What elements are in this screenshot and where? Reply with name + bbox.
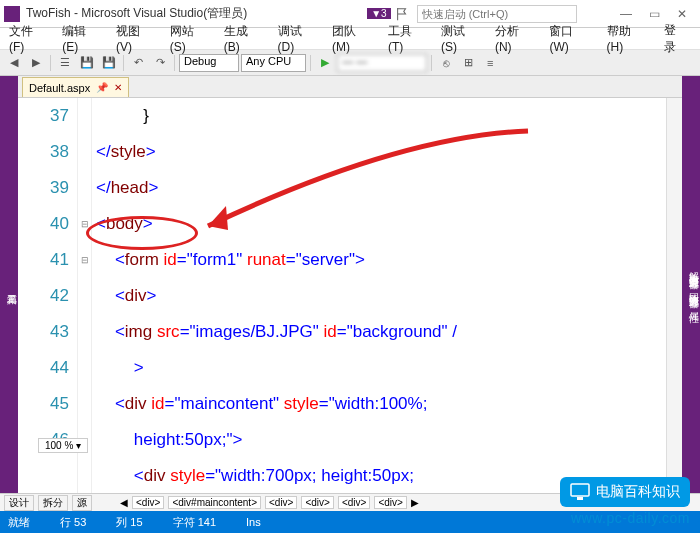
menu-file[interactable]: 文件(F)	[2, 21, 55, 56]
status-ready: 就绪	[8, 515, 30, 530]
tab-close-button[interactable]: ✕	[114, 82, 122, 93]
vs-logo-icon	[4, 6, 20, 22]
menu-window[interactable]: 窗口(W)	[542, 21, 599, 56]
flag-icon[interactable]	[395, 7, 409, 21]
quick-launch-input[interactable]	[417, 5, 577, 23]
watermark-url: www.pc-daily.com	[571, 510, 690, 526]
editor: Default.aspx 📌 ✕ 373839 404142 4344 4546…	[18, 76, 682, 493]
status-line: 行 53	[60, 515, 86, 530]
view-split[interactable]: 拆分	[38, 495, 68, 511]
right-rail-panels[interactable]: 解决方案资源管理器 团队资源管理器 属性	[682, 76, 700, 493]
menu-view[interactable]: 视图(V)	[109, 21, 163, 56]
breadcrumb-nav-left[interactable]: ◀	[120, 497, 128, 508]
menu-site[interactable]: 网站(S)	[163, 21, 217, 56]
tab-filename: Default.aspx	[29, 82, 90, 94]
notification-badge[interactable]: ▼3	[367, 8, 390, 19]
save-all-button[interactable]: 💾	[99, 53, 119, 73]
config-dropdown[interactable]: Debug	[179, 54, 239, 72]
monitor-icon	[570, 483, 590, 501]
svg-rect-1	[577, 497, 583, 500]
tb-extra-3[interactable]: ≡	[480, 53, 500, 73]
menu-login[interactable]: 登录	[654, 20, 698, 58]
code-content[interactable]: } </style> </head> <body> <form id="form…	[92, 98, 666, 493]
undo-button[interactable]: ↶	[128, 53, 148, 73]
zoom-indicator[interactable]: 100 % ▾	[38, 438, 88, 453]
breadcrumb-3[interactable]: <div>	[265, 496, 297, 509]
menu-tools[interactable]: 工具(T)	[381, 21, 434, 56]
breadcrumb-2[interactable]: <div#maincontent>	[168, 496, 261, 509]
save-button[interactable]: 💾	[77, 53, 97, 73]
titlebar-center: ▼3	[367, 5, 576, 23]
view-design[interactable]: 设计	[4, 495, 34, 511]
nav-back-button[interactable]: ◀	[4, 53, 24, 73]
menu-debug[interactable]: 调试(D)	[271, 21, 326, 56]
redo-button[interactable]: ↷	[150, 53, 170, 73]
watermark: 电脑百科知识	[560, 477, 690, 507]
watermark-badge: 电脑百科知识	[560, 477, 690, 507]
breadcrumb-nav-right[interactable]: ▶	[411, 497, 419, 508]
breadcrumb-5[interactable]: <div>	[338, 496, 370, 509]
menu-test[interactable]: 测试(S)	[434, 21, 488, 56]
breadcrumb-1[interactable]: <div>	[132, 496, 164, 509]
status-ins: Ins	[246, 516, 261, 528]
pin-icon[interactable]: 📌	[96, 82, 108, 93]
left-rail-toolbox[interactable]: 工具箱	[0, 76, 18, 493]
tb-extra-2[interactable]: ⊞	[458, 53, 478, 73]
vertical-scrollbar[interactable]	[666, 98, 682, 493]
menubar: 文件(F) 编辑(E) 视图(V) 网站(S) 生成(B) 调试(D) 团队(M…	[0, 28, 700, 50]
line-gutter: 373839 404142 4344 4546	[18, 98, 78, 493]
watermark-url-wrap: www.pc-daily.com	[571, 509, 690, 527]
svg-rect-0	[571, 484, 589, 496]
tb-extra-1[interactable]: ⎋	[436, 53, 456, 73]
browser-dropdown[interactable]: — —	[337, 54, 427, 72]
breadcrumb-4[interactable]: <div>	[301, 496, 333, 509]
menu-team[interactable]: 团队(M)	[325, 21, 381, 56]
file-tab[interactable]: Default.aspx 📌 ✕	[22, 77, 129, 97]
code-area[interactable]: 373839 404142 4344 4546 ⊟ ⊟ } </style> <…	[18, 98, 682, 493]
window-title: TwoFish - Microsoft Visual Studio(管理员)	[26, 5, 247, 22]
menu-build[interactable]: 生成(B)	[217, 21, 271, 56]
menu-edit[interactable]: 编辑(E)	[55, 21, 109, 56]
tab-strip: Default.aspx 📌 ✕	[18, 76, 682, 98]
status-col: 列 15	[116, 515, 142, 530]
content-area: 工具箱 Default.aspx 📌 ✕ 373839 404142 4344 …	[0, 76, 700, 493]
start-debug-button[interactable]: ▶	[315, 53, 335, 73]
fold-gutter[interactable]: ⊟ ⊟	[78, 98, 92, 493]
platform-dropdown[interactable]: Any CPU	[241, 54, 306, 72]
open-button[interactable]: ☰	[55, 53, 75, 73]
nav-forward-button[interactable]: ▶	[26, 53, 46, 73]
menu-analyze[interactable]: 分析(N)	[488, 21, 543, 56]
menu-help[interactable]: 帮助(H)	[600, 21, 655, 56]
view-source[interactable]: 源	[72, 495, 92, 511]
status-char: 字符 141	[173, 515, 216, 530]
breadcrumb-6[interactable]: <div>	[374, 496, 406, 509]
